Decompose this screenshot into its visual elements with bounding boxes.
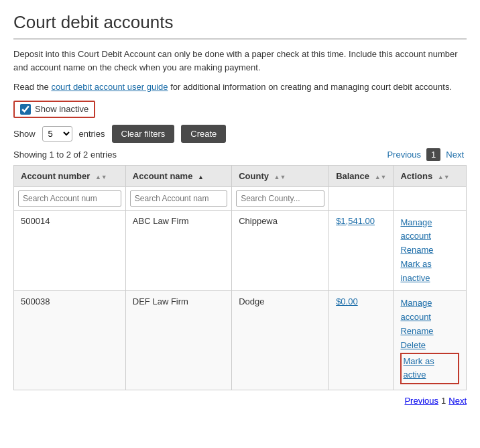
sort-icon-actions: ▲▼ [438, 174, 450, 180]
bottom-next-link[interactable]: Next [448, 396, 467, 406]
show-inactive-label[interactable]: Show inactive [35, 104, 88, 114]
row2-account-name: DEF Law Firm [125, 291, 231, 390]
row1-account-number: 500014 [14, 210, 126, 291]
create-button[interactable]: Create [181, 125, 226, 143]
sort-icon-account-name: ▲ [198, 174, 204, 180]
search-county-cell [232, 186, 329, 210]
search-account-number-input[interactable] [18, 190, 121, 207]
bottom-previous-link[interactable]: Previous [404, 396, 438, 406]
col-header-balance[interactable]: Balance ▲▼ [329, 165, 394, 186]
mark-active-highlight: Mark as active [400, 353, 459, 385]
row2-balance: $0.00 [329, 291, 394, 390]
row2-county: Dodge [232, 291, 329, 390]
show-inactive-container: Show inactive [13, 101, 95, 118]
entries-select[interactable]: 5 10 25 50 [42, 126, 72, 142]
entries-label: entries [79, 129, 105, 139]
showing-text: Showing 1 to 2 of 2 entries [13, 150, 117, 160]
col-header-account-number[interactable]: Account number ▲▼ [14, 165, 126, 186]
row2-actions: Manage account Rename Delete Mark as act… [394, 291, 467, 390]
search-county-input[interactable] [236, 190, 324, 207]
row2-delete-link[interactable]: Delete [400, 339, 459, 353]
description-line1: Deposit into this Court Debit Account ca… [13, 48, 467, 74]
col-header-actions[interactable]: Actions ▲▼ [394, 165, 467, 186]
controls-row: Show 5 10 25 50 entries Clear filters Cr… [13, 125, 467, 143]
row1-balance-link[interactable]: $1,541.00 [336, 216, 375, 226]
search-account-name-cell [125, 186, 231, 210]
row1-account-name: ABC Law Firm [125, 210, 231, 291]
sort-icon-balance: ▲▼ [375, 174, 387, 180]
top-previous-link[interactable]: Previous [384, 148, 424, 161]
table-row: 500014 ABC Law Firm Chippewa $1,541.00 M… [14, 210, 467, 291]
row1-actions: Manage account Rename Mark as inactive [394, 210, 467, 291]
row1-manage-account-link[interactable]: Manage account [400, 216, 459, 244]
sort-icon-account-number: ▲▼ [95, 174, 107, 180]
search-account-number-cell [14, 186, 126, 210]
search-row [14, 186, 467, 210]
clear-filters-button[interactable]: Clear filters [112, 125, 175, 143]
row1-balance: $1,541.00 [329, 210, 394, 291]
row2-rename-link[interactable]: Rename [400, 325, 459, 339]
showing-row: Showing 1 to 2 of 2 entries Previous 1 N… [13, 148, 467, 161]
row2-mark-active-link[interactable]: Mark as active [403, 355, 457, 383]
user-guide-link[interactable]: court debit account user guide [51, 82, 168, 92]
col-header-account-name[interactable]: Account name ▲ [125, 165, 231, 186]
bottom-page-1[interactable]: 1 [441, 396, 446, 406]
description-line2: Read the court debit account user guide … [13, 80, 467, 94]
row1-rename-link[interactable]: Rename [400, 243, 459, 258]
row1-county: Chippewa [232, 210, 329, 291]
row2-balance-link[interactable]: $0.00 [336, 296, 358, 306]
row1-mark-inactive-link[interactable]: Mark as inactive [400, 258, 459, 286]
page-title: Court debit accounts [13, 12, 467, 40]
sort-icon-county: ▲▼ [274, 174, 286, 180]
show-inactive-row: Show inactive [13, 101, 467, 118]
row2-account-number: 500038 [14, 291, 126, 390]
col-header-county[interactable]: County ▲▼ [232, 165, 329, 186]
top-page-1[interactable]: 1 [426, 148, 440, 161]
accounts-table: Account number ▲▼ Account name ▲ County … [13, 165, 467, 391]
show-inactive-checkbox[interactable] [20, 104, 31, 115]
search-balance-cell [329, 186, 394, 210]
top-next-link[interactable]: Next [443, 148, 467, 161]
top-pagination: Previous 1 Next [384, 148, 467, 161]
table-header-row: Account number ▲▼ Account name ▲ County … [14, 165, 467, 186]
table-row: 500038 DEF Law Firm Dodge $0.00 Manage a… [14, 291, 467, 390]
search-actions-cell [394, 186, 467, 210]
show-label: Show [13, 129, 36, 139]
row2-manage-account-link[interactable]: Manage account [400, 296, 459, 325]
search-account-name-input[interactable] [130, 190, 227, 207]
bottom-pagination: Previous 1 Next [13, 396, 467, 406]
